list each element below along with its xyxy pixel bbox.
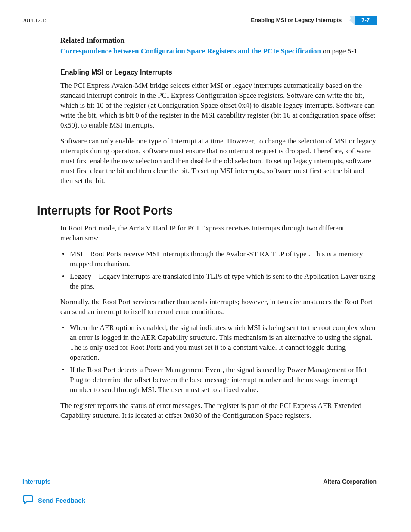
section-heading-root-ports: Interrupts for Root Ports [37, 204, 377, 218]
page-header: 2014.12.15 Enabling MSI or Legacy Interr… [22, 16, 377, 25]
related-info-line: Correspondence between Configuration Spa… [60, 47, 377, 56]
list-item: MSI—Root Ports receive MSI interrupts th… [60, 249, 377, 269]
list-item: When the AER option is enabled, the sign… [60, 323, 377, 363]
header-right: Enabling MSI or Legacy Interrupts 7-7 [251, 16, 377, 25]
footer-chapter-link[interactable]: Interrupts [22, 478, 50, 485]
footer-row: Interrupts Altera Corporation [22, 478, 377, 485]
sec2-mid: Normally, the Root Port services rather … [60, 297, 377, 317]
page: 2014.12.15 Enabling MSI or Legacy Interr… [0, 0, 411, 532]
sec2-bullets-conditions: When the AER option is enabled, the sign… [60, 323, 377, 395]
sec1-para1: The PCI Express Avalon-MM bridge selects… [60, 81, 377, 131]
section-root-ports-body: In Root Port mode, the Arria V Hard IP f… [37, 224, 377, 421]
related-info-heading: Related Information [60, 36, 377, 46]
footer-company: Altera Corporation [323, 478, 377, 485]
send-feedback-label: Send Feedback [38, 497, 85, 504]
running-title: Enabling MSI or Legacy Interrupts [251, 17, 342, 23]
sec1-para2: Software can only enable one type of int… [60, 137, 377, 186]
sec2-end: The register reports the status of error… [60, 401, 377, 421]
page-footer: Interrupts Altera Corporation Send Feedb… [22, 478, 377, 506]
main-content: Related Information Correspondence betwe… [22, 36, 377, 186]
sec2-bullets-mechanisms: MSI—Root Ports receive MSI interrupts th… [60, 249, 377, 292]
related-info-suffix: on page 5-1 [321, 47, 358, 55]
list-item: Legacy—Legacy interrupts are translated … [60, 272, 377, 292]
sec2-intro: In Root Port mode, the Arria V Hard IP f… [60, 224, 377, 243]
list-item: If the Root Port detects a Power Managem… [60, 365, 377, 395]
header-date: 2014.12.15 [22, 17, 48, 24]
section-root-ports: Interrupts for Root Ports In Root Port m… [22, 204, 377, 421]
page-number-badge: 7-7 [355, 16, 377, 25]
send-feedback-link[interactable]: Send Feedback [22, 495, 377, 506]
section-heading-msi-legacy: Enabling MSI or Legacy Interrupts [60, 68, 377, 77]
speech-bubble-icon [22, 495, 34, 506]
related-info-link[interactable]: Correspondence between Configuration Spa… [60, 47, 321, 55]
